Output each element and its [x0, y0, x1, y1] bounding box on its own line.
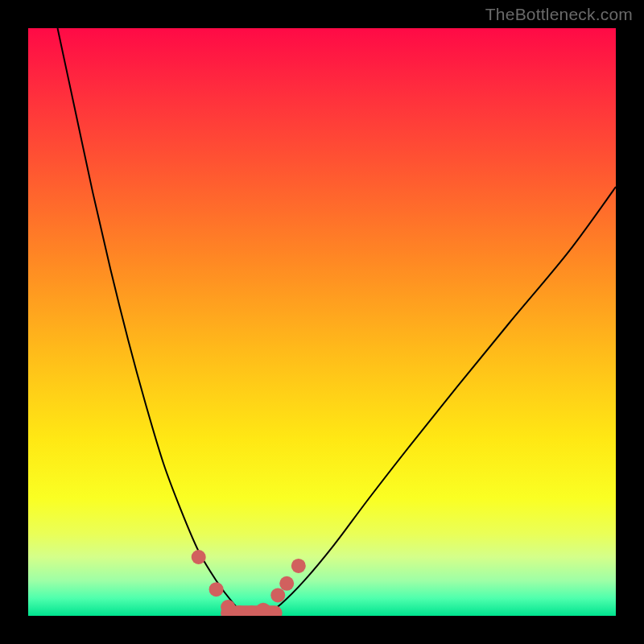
data-marker — [279, 576, 294, 591]
data-marker — [192, 550, 206, 564]
plot-area — [28, 28, 616, 616]
chart-frame: TheBottleneck.com — [0, 0, 644, 644]
curve-left-curve — [58, 28, 246, 616]
curve-right-curve — [263, 187, 616, 616]
data-marker — [291, 559, 306, 573]
curves-layer — [28, 28, 616, 616]
watermark-text: TheBottleneck.com — [485, 5, 633, 24]
data-marker — [209, 582, 224, 597]
data-marker — [270, 588, 285, 602]
data-marker — [256, 603, 270, 616]
